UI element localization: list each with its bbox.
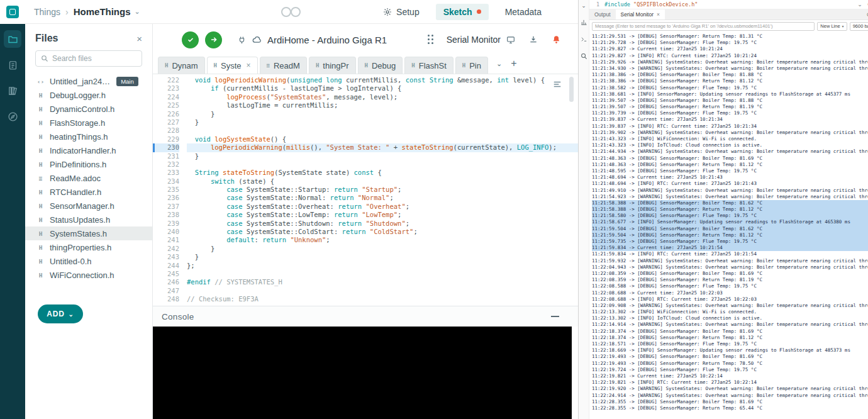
editor-tab-flashst[interactable]: HFlashSt [404,57,453,74]
close-icon[interactable]: × [657,11,660,18]
notifications-bell-icon[interactable] [551,35,562,45]
code-line[interactable]: logProcess("SystemStates", message, leve… [187,93,578,101]
file-item[interactable]: HSystemStates.h [25,226,152,240]
upload-button[interactable] [205,31,222,48]
file-item[interactable]: HSensorManager.h [25,199,152,213]
file-item[interactable]: HUntitled-0.h [25,254,152,268]
log-line: 11:21:43.323 -> [INFO] WiFiConnection: W… [592,136,868,142]
code-line[interactable]: case SystemState::ColdStart: return "Col… [187,228,578,236]
code-line[interactable] [187,126,578,135]
sidebar-item-files[interactable] [4,30,21,48]
baud-rate-select[interactable]: 9600 baud ▾ [850,22,868,31]
code-line[interactable]: case SystemState::Shutdown: return "Shut… [187,220,578,228]
file-item[interactable]: HWiFiConnection.h [25,268,152,282]
close-icon[interactable]: × [247,61,251,70]
serial-monitor-button[interactable]: Serial Monitor [447,35,516,45]
code-line[interactable]: }; [187,262,578,270]
tab-label: Output [594,11,611,18]
code-line[interactable]: void logPeriodicWarning(unsigned long cu… [187,76,578,84]
workspace: Things › HomeThings ⌄ Setup Sketch [25,0,579,419]
mini-editor-row: 1 #include "QSPIFBlockDevice.h" ⌄ ⚙ ≡ [589,0,868,9]
editor-options-icon[interactable] [553,81,562,88]
editor-tab-thingpr[interactable]: HthingPr [309,57,356,74]
line-number-gutter: 2222232242252262272282292302312322332342… [153,76,187,306]
header-file-icon: H [411,62,415,69]
code-line[interactable]: logPeriodicWarning(millis(), "System Sta… [187,143,578,152]
nav-setup[interactable]: Setup [383,7,420,17]
code-line[interactable]: case SystemState::Startup: return "Start… [187,186,578,194]
line-number: 222 [153,76,179,84]
code-line[interactable]: } [187,110,578,118]
app-logo[interactable] [0,0,25,24]
line-ending-select[interactable]: New Line ▾ [817,22,847,31]
file-item[interactable]: ≡ReadMe.adoc [25,171,152,185]
file-item[interactable]: HPinDefinitions.h [25,157,152,171]
add-button[interactable]: ADD ⌄ [38,304,83,323]
code-line[interactable]: } [187,118,578,126]
code-line[interactable]: lastLogTime = currentMillis; [187,101,578,109]
chevron-down-icon[interactable]: ⌄ [135,8,140,16]
editor-tab-dynam[interactable]: HDynam [158,57,205,74]
serial-message-input[interactable] [592,22,815,31]
search-input[interactable] [52,54,128,63]
tab-output[interactable]: Output [589,9,616,20]
sidebar-item-reference[interactable] [4,108,21,125]
editor-tab-syste[interactable]: HSyste× [207,57,258,74]
chevron-down-icon[interactable]: ⌄ [857,1,862,8]
code-line[interactable]: if (currentMillis - lastLogTime > logInt… [187,84,578,92]
search-icon[interactable] [581,53,587,60]
code-line[interactable]: String stateToString(SystemState state) … [187,169,578,177]
device-selector[interactable]: ArdiHome - Arduino Giga R1 [237,35,387,45]
download-icon[interactable] [528,35,538,45]
sidebar-item-examples[interactable] [4,56,21,74]
code-line[interactable]: // Checksum: E9F3A [187,295,578,303]
nav-metadata[interactable]: Metadata [505,7,542,17]
code-content[interactable]: void logPeriodicWarning(unsigned long cu… [187,76,578,306]
editor-tab-debug[interactable]: HDebug [358,57,403,74]
editor-tab-readm[interactable]: ≡ReadM [260,57,307,74]
sidebar-item-libraries[interactable] [4,82,21,99]
panel-grid-icon[interactable] [428,35,434,45]
code-line[interactable] [187,270,578,278]
breadcrumb-separator: › [65,7,69,17]
code-line[interactable] [187,160,578,169]
file-item[interactable]: ‹›Untitled_jan24…Main [25,74,152,88]
breadcrumb-current[interactable]: HomeThings [74,6,131,17]
editor-scrollbar[interactable] [569,77,574,303]
code-line[interactable]: default: return "Unknown"; [187,236,578,244]
breadcrumb-things[interactable]: Things [34,7,60,17]
file-item[interactable]: HDynamicControl.h [25,102,152,116]
close-icon[interactable]: × [136,33,142,44]
editor-tab-pin[interactable]: HPin [455,57,488,74]
verify-button[interactable] [182,31,199,48]
file-item[interactable]: HIndicatorHandler.h [25,143,152,157]
terminal-icon[interactable] [581,36,587,43]
file-item[interactable]: HStatusUpdates.h [25,213,152,226]
nav-sketch[interactable]: Sketch [436,4,489,20]
plotter-icon[interactable] [581,19,587,26]
file-item[interactable]: HDebugLogger.h [25,88,152,102]
code-line[interactable] [187,287,578,295]
file-item[interactable]: HFlashStorage.h [25,116,152,130]
code-line[interactable]: #endif // SYSTEMSTATES_H [187,278,578,286]
code-line[interactable]: switch (state) { [187,177,578,186]
chevron-down-icon[interactable]: ⌄ [581,3,586,9]
code-line[interactable]: #include "QSPIFBlockDevice.h" [604,1,698,8]
tab-overflow-chevron-icon[interactable]: ⌄ [496,60,502,68]
code-line[interactable]: case SystemState::LowTemp: return "LowTe… [187,211,578,219]
code-line[interactable]: } [187,245,578,253]
log-line: 11:21:38.386 -> [DEBUG] SensorManager: B… [592,72,868,78]
file-item[interactable]: HRTCHandler.h [25,185,152,199]
add-tab-icon[interactable]: + [511,58,516,69]
code-line[interactable]: void logSystemState() { [187,135,578,143]
code-line[interactable]: } [187,152,578,160]
file-item[interactable]: HthingProperties.h [25,240,152,254]
minimize-console-icon[interactable] [551,316,559,317]
code-line[interactable]: case SystemState::Overheat: return "Over… [187,203,578,211]
code-line[interactable]: } [187,253,578,261]
scrollbar-thumb[interactable] [569,77,574,102]
tab-serial-monitor[interactable]: Serial Monitor × [616,9,665,20]
code-editor[interactable]: 2222232242252262272282292302312322332342… [153,74,578,306]
code-line[interactable]: case SystemState::Normal: return "Normal… [187,194,578,202]
file-item[interactable]: HheatingThings.h [25,130,152,143]
